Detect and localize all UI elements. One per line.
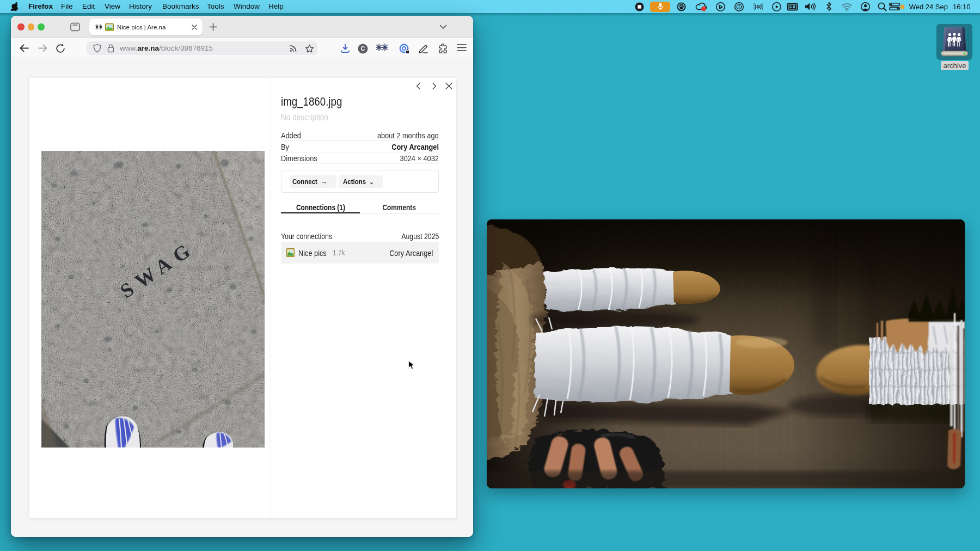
svg-text:C: C xyxy=(361,45,365,52)
